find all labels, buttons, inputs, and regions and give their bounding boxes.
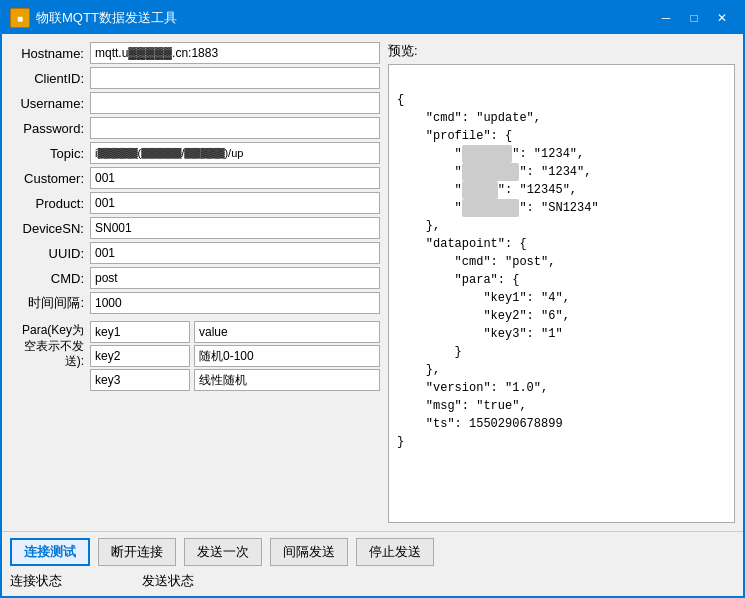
para-key-2[interactable]	[90, 345, 190, 367]
uuid-label: UUID:	[10, 246, 90, 261]
para-section: Para(Key为 空表示不发 送):	[10, 321, 380, 391]
hostname-row: Hostname:	[10, 42, 380, 64]
preview-label: 预览:	[388, 42, 735, 60]
cmd-row: CMD:	[10, 267, 380, 289]
devicesn-input[interactable]	[90, 217, 380, 239]
para-key-3[interactable]	[90, 369, 190, 391]
blurred-3: ▓▓▓▓▓	[462, 181, 498, 199]
preview-box: { "cmd": "update", "profile": { "▓▓▓▓▓▓▓…	[388, 64, 735, 523]
left-panel: Hostname: ClientID: Username: Password: …	[10, 42, 380, 523]
blurred-2: ▓▓▓▓▓▓▓▓	[462, 163, 520, 181]
status-row: 连接状态 发送状态	[10, 572, 735, 590]
close-button[interactable]: ✕	[709, 8, 735, 28]
devicesn-label: DeviceSN:	[10, 221, 90, 236]
para-row-2	[90, 345, 380, 367]
username-row: Username:	[10, 92, 380, 114]
customer-label: Customer:	[10, 171, 90, 186]
password-input[interactable]	[90, 117, 380, 139]
customer-row: Customer:	[10, 167, 380, 189]
username-input[interactable]	[90, 92, 380, 114]
send-once-button[interactable]: 发送一次	[184, 538, 262, 566]
hostname-input[interactable]	[90, 42, 380, 64]
button-row: 连接测试 断开连接 发送一次 间隔发送 停止发送	[10, 538, 735, 566]
uuid-row: UUID:	[10, 242, 380, 264]
hostname-label: Hostname:	[10, 46, 90, 61]
password-label: Password:	[10, 121, 90, 136]
connect-test-button[interactable]: 连接测试	[10, 538, 90, 566]
clientid-input[interactable]	[90, 67, 380, 89]
customer-input[interactable]	[90, 167, 380, 189]
titlebar: ■ 物联MQTT数据发送工具 ─ □ ✕	[2, 2, 743, 34]
interval-row: 时间间隔:	[10, 292, 380, 314]
topic-row: Topic:	[10, 142, 380, 164]
password-row: Password:	[10, 117, 380, 139]
para-value-1[interactable]	[194, 321, 380, 343]
para-row-3	[90, 369, 380, 391]
send-interval-button[interactable]: 间隔发送	[270, 538, 348, 566]
topic-input[interactable]	[90, 142, 380, 164]
content-area: Hostname: ClientID: Username: Password: …	[2, 34, 743, 531]
para-row-1	[90, 321, 380, 343]
interval-input[interactable]	[90, 292, 380, 314]
para-table	[90, 321, 380, 391]
send-status-label: 发送状态	[142, 572, 194, 590]
connection-status-label: 连接状态	[10, 572, 62, 590]
minimize-button[interactable]: ─	[653, 8, 679, 28]
cmd-input[interactable]	[90, 267, 380, 289]
main-window: ■ 物联MQTT数据发送工具 ─ □ ✕ Hostname: ClientID:…	[0, 0, 745, 598]
para-value-2[interactable]	[194, 345, 380, 367]
window-title: 物联MQTT数据发送工具	[36, 9, 653, 27]
para-value-3[interactable]	[194, 369, 380, 391]
devicesn-row: DeviceSN:	[10, 217, 380, 239]
product-input[interactable]	[90, 192, 380, 214]
app-icon: ■	[10, 8, 30, 28]
username-label: Username:	[10, 96, 90, 111]
clientid-row: ClientID:	[10, 67, 380, 89]
window-controls: ─ □ ✕	[653, 8, 735, 28]
para-label: Para(Key为 空表示不发 送):	[10, 321, 90, 391]
clientid-label: ClientID:	[10, 71, 90, 86]
topic-label: Topic:	[10, 146, 90, 161]
blurred-1: ▓▓▓▓▓▓▓	[462, 145, 512, 163]
bottom-bar: 连接测试 断开连接 发送一次 间隔发送 停止发送 连接状态 发送状态	[2, 531, 743, 596]
product-label: Product:	[10, 196, 90, 211]
uuid-input[interactable]	[90, 242, 380, 264]
interval-label: 时间间隔:	[10, 294, 90, 312]
blurred-4: ▓▓▓▓▓▓▓▓	[462, 199, 520, 217]
product-row: Product:	[10, 192, 380, 214]
stop-send-button[interactable]: 停止发送	[356, 538, 434, 566]
right-panel: 预览: { "cmd": "update", "profile": { "▓▓▓…	[388, 42, 735, 523]
para-key-1[interactable]	[90, 321, 190, 343]
cmd-label: CMD:	[10, 271, 90, 286]
maximize-button[interactable]: □	[681, 8, 707, 28]
disconnect-button[interactable]: 断开连接	[98, 538, 176, 566]
